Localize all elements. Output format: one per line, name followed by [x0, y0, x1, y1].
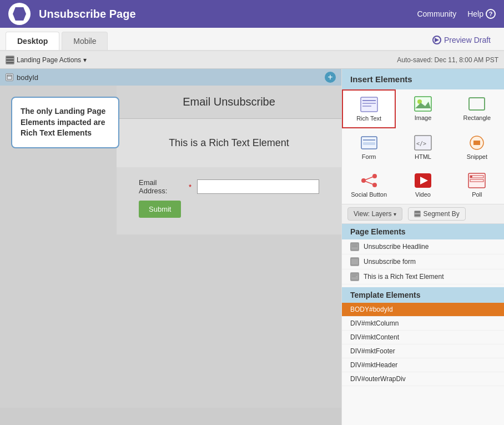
element-image[interactable]: Image	[396, 89, 450, 128]
page-elements-header: Page Elements	[342, 224, 504, 239]
template-element-mktheader[interactable]: DIV#mktHeader	[342, 358, 504, 372]
template-element-outerwrapdiv[interactable]: DIV#outerWrapDiv	[342, 372, 504, 386]
tooltip-text: The only Landing Page Elements impacted …	[21, 107, 105, 137]
video-label: Video	[415, 191, 431, 198]
pe-label-richtext: This is a Rich Text Element	[364, 273, 444, 281]
chevron-down-icon: ▾	[394, 211, 396, 217]
bodyid-icon	[6, 73, 13, 81]
rectangle-label: Rectangle	[463, 114, 491, 121]
form-icon	[359, 134, 379, 151]
pe-label-form: Unsubscribe form	[364, 258, 416, 266]
svg-rect-32	[415, 214, 420, 216]
right-panel: Insert Elements Rich Text	[341, 69, 504, 425]
svg-rect-15	[363, 142, 375, 145]
social-button-label: Social Button	[351, 191, 387, 198]
te-label-mktfooter: DIV#mktFooter	[350, 347, 395, 355]
template-element-body[interactable]: BODY#bodyId	[342, 303, 504, 317]
form-section: Email Address: * Submit	[117, 167, 341, 234]
landing-page-actions-button[interactable]: Landing Page Actions ▾	[6, 56, 87, 64]
svg-rect-1	[6, 59, 14, 61]
svg-rect-5	[361, 97, 377, 112]
social-button-icon	[359, 172, 379, 189]
help-label: Help	[467, 9, 483, 18]
app-logo	[8, 3, 31, 25]
view-layers-button[interactable]: View: Layers ▾	[347, 207, 402, 221]
te-label-mktcontent: DIV#mktContent	[350, 333, 399, 341]
page-title: Unsubscribe Page	[39, 8, 409, 21]
element-video[interactable]: Video	[396, 166, 450, 204]
element-rectangle[interactable]: Rectangle	[450, 89, 504, 128]
canvas-content: The only Landing Page Elements impacted …	[0, 86, 341, 408]
dropdown-arrow: ▾	[83, 56, 87, 64]
element-form[interactable]: Form	[342, 128, 396, 166]
form-label: Form	[362, 153, 376, 160]
element-html[interactable]: </> HTML	[396, 128, 450, 166]
template-element-mktcolumn[interactable]: DIV#mktColumn	[342, 317, 504, 331]
element-poll[interactable]: Poll	[450, 166, 504, 204]
svg-rect-31	[415, 211, 420, 213]
te-label-mktcolumn: DIV#mktColumn	[350, 319, 399, 327]
te-label-outerwrapdiv: DIV#outerWrapDiv	[350, 375, 406, 383]
svg-rect-37	[352, 261, 357, 263]
template-elements-list: BODY#bodyId DIV#mktColumn DIV#mktContent…	[342, 303, 504, 386]
rich-text-label: Rich Text	[356, 115, 381, 122]
actions-bar: Landing Page Actions ▾ Auto-saved: Dec 1…	[0, 51, 504, 69]
rich-text-icon	[359, 96, 379, 113]
svg-rect-3	[7, 75, 12, 79]
template-element-mktcontent[interactable]: DIV#mktContent	[342, 331, 504, 344]
pe-icon-headline	[350, 242, 359, 251]
segment-icon	[414, 211, 421, 217]
canvas-area: bodyId + The only Landing Page Elements …	[0, 69, 341, 425]
svg-text:</>: </>	[416, 141, 426, 147]
view-bar: View: Layers ▾ Segment By	[342, 204, 504, 224]
tooltip-box: The only Landing Page Elements impacted …	[11, 97, 119, 148]
actions-icon	[6, 56, 14, 64]
tab-desktop[interactable]: Desktop	[6, 32, 59, 50]
add-element-button[interactable]: +	[325, 72, 336, 83]
preview-draft-button[interactable]: Preview Draft	[425, 32, 498, 48]
segment-by-button[interactable]: Segment By	[408, 207, 465, 221]
submit-row: Submit	[139, 201, 319, 218]
snippet-label: Snippet	[467, 153, 487, 160]
element-rich-text[interactable]: Rich Text	[342, 89, 396, 128]
logo-icon	[13, 7, 26, 21]
email-header-text: Email Unsubscribe	[183, 96, 275, 108]
page-element-unsubscribe-form[interactable]: Unsubscribe form	[342, 254, 504, 269]
element-social-button[interactable]: Social Button	[342, 166, 396, 204]
video-icon	[413, 172, 433, 189]
landing-page-actions-label: Landing Page Actions	[17, 56, 81, 64]
main-area: bodyId + The only Landing Page Elements …	[0, 69, 504, 425]
template-element-mktfooter[interactable]: DIV#mktFooter	[342, 344, 504, 358]
image-icon	[413, 96, 433, 112]
segment-label: Segment By	[423, 210, 459, 218]
help-icon: ?	[486, 9, 496, 19]
page-elements-list: Unsubscribe Headline Unsubscribe form	[342, 239, 504, 284]
insert-elements-header: Insert Elements	[342, 69, 504, 89]
required-star: *	[189, 183, 191, 191]
svg-point-30	[470, 176, 472, 178]
tab-bar: Desktop Mobile Preview Draft	[0, 28, 504, 51]
page-element-unsubscribe-headline[interactable]: Unsubscribe Headline	[342, 239, 504, 254]
submit-button[interactable]: Submit	[139, 201, 181, 218]
form-row: Email Address: *	[139, 178, 319, 195]
html-icon: </>	[413, 134, 433, 151]
view-label: View: Layers	[354, 210, 391, 218]
help-button[interactable]: Help ?	[467, 9, 496, 19]
pe-label-headline: Unsubscribe Headline	[364, 243, 429, 251]
poll-icon	[467, 172, 487, 189]
header-nav: Community Help ?	[417, 9, 496, 19]
template-elements-header: Template Elements	[342, 287, 504, 303]
svg-rect-2	[6, 62, 14, 63]
page-element-rich-text[interactable]: This is a Rich Text Element	[342, 269, 504, 284]
svg-marker-19	[473, 141, 480, 145]
email-input[interactable]	[197, 179, 319, 194]
snippet-icon	[467, 134, 487, 151]
email-label: Email Address:	[139, 178, 183, 195]
element-snippet[interactable]: Snippet	[450, 128, 504, 166]
community-link[interactable]: Community	[417, 9, 456, 18]
poll-label: Poll	[472, 191, 482, 198]
te-label-mktheader: DIV#mktHeader	[350, 361, 397, 369]
tab-mobile[interactable]: Mobile	[62, 32, 108, 50]
rich-text-content: This is a Rich Text Element	[128, 136, 330, 151]
te-label-body: BODY#bodyId	[350, 306, 393, 313]
